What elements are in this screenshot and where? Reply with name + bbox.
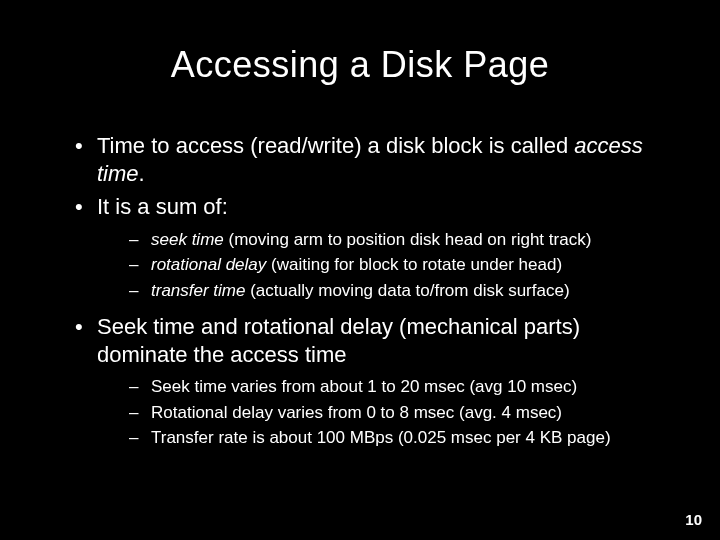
sub-text: (moving arm to position disk head on rig… xyxy=(224,230,592,249)
term-italic: transfer time xyxy=(151,281,245,300)
page-number: 10 xyxy=(685,511,702,528)
term-italic: seek time xyxy=(151,230,224,249)
slide-title: Accessing a Disk Page xyxy=(45,44,675,86)
bullet-text: . xyxy=(139,161,145,186)
bullet-item: Seek time and rotational delay (mechanic… xyxy=(75,313,675,451)
sub-item: Seek time varies from about 1 to 20 msec… xyxy=(129,374,675,400)
bullet-list: Time to access (read/write) a disk block… xyxy=(45,132,675,451)
bullet-text: It is a sum of: xyxy=(97,194,228,219)
term-italic: rotational delay xyxy=(151,255,266,274)
sub-text: Transfer rate is about 100 MBps (0.025 m… xyxy=(151,428,611,447)
sub-text: Seek time varies from about 1 to 20 msec… xyxy=(151,377,577,396)
sub-item: rotational delay (waiting for block to r… xyxy=(129,252,675,278)
sub-list: Seek time varies from about 1 to 20 msec… xyxy=(97,374,675,451)
sub-item: Rotational delay varies from 0 to 8 msec… xyxy=(129,400,675,426)
slide: Accessing a Disk Page Time to access (re… xyxy=(0,0,720,540)
sub-text: (waiting for block to rotate under head) xyxy=(266,255,562,274)
bullet-text: Time to access (read/write) a disk block… xyxy=(97,133,574,158)
sub-item: seek time (moving arm to position disk h… xyxy=(129,227,675,253)
sub-item: Transfer rate is about 100 MBps (0.025 m… xyxy=(129,425,675,451)
sub-item: transfer time (actually moving data to/f… xyxy=(129,278,675,304)
sub-list: seek time (moving arm to position disk h… xyxy=(97,227,675,304)
sub-text: (actually moving data to/from disk surfa… xyxy=(245,281,569,300)
bullet-item: Time to access (read/write) a disk block… xyxy=(75,132,675,187)
bullet-text: Seek time and rotational delay (mechanic… xyxy=(97,314,580,367)
sub-text: Rotational delay varies from 0 to 8 msec… xyxy=(151,403,562,422)
bullet-item: It is a sum of: seek time (moving arm to… xyxy=(75,193,675,303)
